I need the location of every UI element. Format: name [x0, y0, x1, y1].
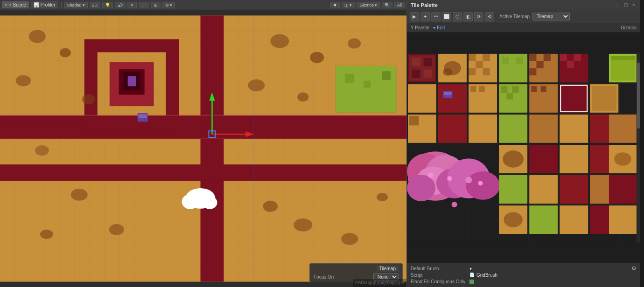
palette-close-btn[interactable]: × — [631, 1, 637, 8]
svg-rect-50 — [0, 164, 406, 181]
all-btn[interactable]: All — [394, 2, 405, 8]
transform-tools[interactable]: ✖ — [330, 2, 340, 8]
audio-toggle[interactable]: 🔊 — [115, 2, 126, 8]
tab-profiler[interactable]: 📊 Profiler — [31, 1, 58, 8]
svg-rect-129 — [536, 61, 543, 68]
bottom-bar-brush-row: Default Brush ▾ ⚙ — [411, 265, 637, 272]
svg-rect-56 — [128, 76, 136, 86]
svg-rect-124 — [502, 57, 509, 64]
svg-point-180 — [503, 150, 524, 168]
svg-point-178 — [452, 202, 457, 207]
brush-settings-gear[interactable]: ⚙ — [631, 265, 637, 272]
grid-toggle[interactable]: ⊞ — [151, 2, 161, 8]
palette-header-icons: ⋮ □ × — [613, 1, 637, 8]
toolbar-right: ✖ ◫ ▾ Gizmos ▾ 🔍 All — [330, 2, 405, 8]
search-icon: 🔍 — [385, 3, 390, 7]
transform-icon: ✖ — [333, 3, 337, 7]
svg-rect-128 — [544, 54, 551, 61]
svg-rect-127 — [529, 54, 536, 61]
extra-icon: ⚙ — [165, 3, 169, 7]
flood-fill-checkbox[interactable] — [469, 280, 474, 284]
svg-point-192 — [504, 212, 523, 227]
svg-point-72 — [348, 38, 361, 48]
svg-rect-188 — [560, 175, 588, 204]
view-2d-label: 2D — [92, 3, 98, 7]
tool-rotatecw-btn[interactable]: ⟳ — [474, 12, 483, 21]
svg-rect-160 — [499, 115, 527, 143]
palette-menu-btn[interactable]: ⋮ — [613, 1, 621, 8]
gizmos-btn[interactable]: Gizmos ▾ — [357, 2, 380, 8]
shading-chevron: ▾ — [83, 3, 85, 7]
svg-point-65 — [60, 48, 71, 57]
rotateccw-tool-icon: ⟲ — [488, 14, 491, 19]
palette-info-bar: Y Palette ▾ Edit Gizmos — [407, 23, 640, 33]
tool-eyedropper-btn[interactable]: ◧ — [463, 12, 473, 21]
svg-rect-146 — [501, 86, 507, 93]
svg-point-185 — [614, 152, 631, 165]
svg-rect-110 — [412, 58, 420, 66]
active-tilemap-label: Active Tilemap — [499, 14, 530, 19]
fill-tool-icon: ⬡ — [455, 14, 460, 19]
active-tilemap-row: Active Tilemap Tilemap — [499, 13, 570, 20]
light-toggle[interactable]: 💡 — [102, 2, 113, 8]
svg-rect-161 — [529, 115, 558, 143]
tool-rotateccw-btn[interactable]: ⟲ — [485, 12, 494, 21]
active-tilemap-select[interactable]: Tilemap — [532, 13, 570, 20]
layers-btn[interactable]: ◫ ▾ — [342, 2, 355, 8]
palette-tiles-area[interactable] — [407, 33, 640, 263]
svg-rect-122 — [483, 68, 490, 75]
svg-rect-94 — [0, 138, 406, 139]
edit-label: Edit — [437, 25, 445, 30]
edit-btn[interactable]: ▾ Edit — [433, 25, 445, 30]
svg-rect-150 — [531, 86, 537, 92]
svg-point-173 — [407, 175, 435, 201]
brush-chevron: ▾ — [469, 266, 472, 271]
paint-tool-icon: ✏ — [434, 14, 438, 19]
svg-rect-155 — [592, 86, 616, 111]
tab-scene[interactable]: ≡ ≡ Scene — [2, 1, 29, 8]
select-tool-icon: ▶ — [413, 14, 416, 19]
search-icon-btn[interactable]: 🔍 — [382, 2, 392, 8]
tool-fill-btn[interactable]: ⬡ — [453, 12, 462, 21]
svg-rect-61 — [382, 71, 391, 80]
svg-rect-182 — [560, 145, 588, 173]
shading-dropdown[interactable]: Shaded ▾ — [64, 2, 88, 8]
svg-rect-113 — [424, 69, 432, 78]
svg-point-174 — [428, 172, 434, 178]
main-layout: ≡ ≡ Scene 📊 Profiler Shaded ▾ 2D 💡 🔊 — [0, 0, 644, 287]
tool-paint-btn[interactable]: ✏ — [431, 12, 441, 21]
fx-icon: ✦ — [130, 3, 134, 7]
svg-point-76 — [294, 219, 312, 232]
svg-point-177 — [478, 181, 483, 185]
extra-toggle[interactable]: ⚙ ▾ — [162, 2, 175, 8]
box-tool-icon: ⬜ — [444, 14, 449, 19]
tool-move-btn[interactable]: ✦ — [420, 12, 430, 21]
svg-rect-157 — [409, 116, 419, 125]
tool-box-btn[interactable]: ⬜ — [442, 12, 451, 21]
svg-rect-118 — [469, 54, 476, 61]
svg-point-68 — [16, 75, 31, 86]
script-label: Script — [411, 273, 467, 278]
tab-scene-label: ≡ Scene — [9, 2, 26, 7]
svg-rect-60 — [364, 81, 371, 88]
svg-rect-134 — [567, 61, 574, 68]
svg-point-64 — [29, 30, 46, 43]
palette-maximize-btn[interactable]: □ — [623, 1, 629, 8]
svg-rect-111 — [424, 58, 432, 66]
tab-profiler-label: Profiler — [41, 2, 56, 7]
svg-rect-144 — [479, 86, 484, 92]
tool-select-btn[interactable]: ▶ — [410, 12, 419, 21]
camera-toggle[interactable]: 🎥 — [139, 2, 149, 8]
scene-canvas-svg — [0, 10, 406, 287]
script-file-icon: 📄 — [469, 273, 475, 277]
csdn-watermark: CSDN @呆呆就代码的小Y — [353, 279, 406, 287]
fx-toggle[interactable]: ✦ — [127, 2, 137, 8]
svg-rect-93 — [0, 115, 406, 116]
svg-point-79 — [341, 233, 358, 245]
svg-rect-112 — [412, 69, 420, 78]
svg-rect-119 — [483, 54, 490, 61]
view-2d-btn[interactable]: 2D — [90, 2, 101, 8]
scene-viewport[interactable]: Tilemap Focus On None CSDN @呆呆就代码的小Y — [0, 10, 406, 287]
svg-point-69 — [82, 94, 95, 104]
palette-bottom-bar: Default Brush ▾ ⚙ Script 📄 GridBrush Flo… — [407, 263, 640, 287]
